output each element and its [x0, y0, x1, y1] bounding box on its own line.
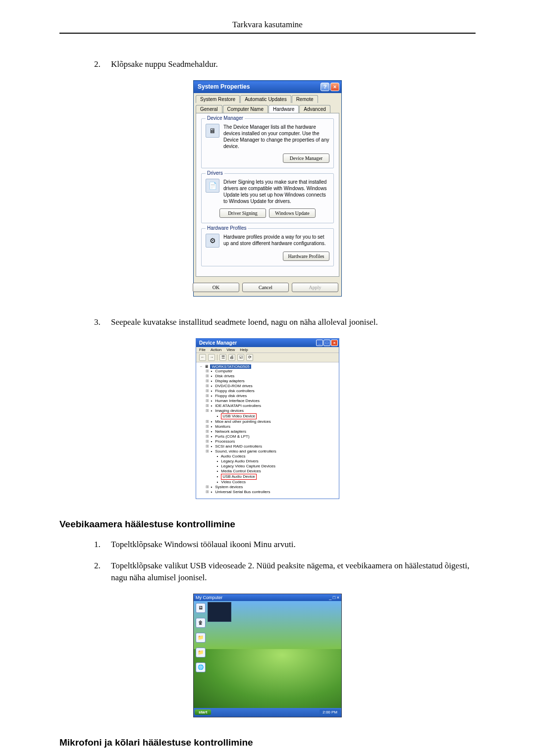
tree-item[interactable]: • Media Control Devices [199, 469, 336, 474]
toolbar-icon[interactable]: ☰ [219, 354, 226, 361]
tree-item[interactable]: ⊞• Display adapters [199, 379, 336, 384]
desktop-my-computer-icon[interactable]: 🖥 [196, 603, 206, 613]
highlighted-device[interactable]: USB Video Device [221, 413, 257, 419]
windows-update-button[interactable]: Windows Update [269, 208, 316, 218]
tree-item-label[interactable]: Imaging devices [215, 408, 244, 413]
scan-icon[interactable]: ⟳ [246, 354, 253, 361]
tab-system-restore[interactable]: System Restore [196, 95, 240, 103]
tree-item[interactable]: ⊞• Floppy disk drives [199, 394, 336, 399]
tree-item[interactable]: • USB Audio Device [199, 474, 336, 480]
tree-item-label[interactable]: Display adapters [215, 379, 245, 383]
tree-item-label[interactable]: Network adapters [215, 429, 246, 434]
tree-item[interactable]: • Legacy Video Capture Devices [199, 464, 336, 469]
tree-item[interactable]: • Legacy Audio Drivers [199, 459, 336, 464]
ok-button[interactable]: OK [193, 283, 239, 292]
expand-icon[interactable]: ⊞ [205, 439, 209, 444]
tree-item-label[interactable]: Computer [215, 369, 232, 373]
expand-icon[interactable]: ⊞ [205, 444, 209, 449]
forward-icon[interactable]: → [208, 354, 215, 361]
tree-item[interactable]: ⊞• Imaging devices [199, 408, 336, 413]
expand-icon[interactable]: ⊞ [205, 379, 209, 384]
tree-item-label[interactable]: DVD/CD-ROM drives [215, 384, 253, 388]
desktop-folder-icon[interactable]: 📁 [196, 633, 206, 643]
menu-help[interactable]: Help [240, 348, 248, 352]
tree-item[interactable]: ⊞• Network adapters [199, 429, 336, 434]
tree-item-label[interactable]: Audio Codecs [221, 454, 246, 458]
tree-item-label[interactable]: Processors [215, 439, 235, 444]
driver-signing-button[interactable]: Driver Signing [219, 208, 266, 218]
hardware-profiles-button[interactable]: Hardware Profiles [283, 252, 329, 261]
expand-icon[interactable]: ⊞ [205, 403, 209, 408]
tree-item-label[interactable]: Video Codecs [221, 480, 246, 484]
expand-icon[interactable]: ⊞ [205, 434, 209, 439]
expand-icon[interactable]: ⊞ [205, 449, 209, 454]
desktop-folder-icon[interactable]: 📁 [196, 648, 206, 657]
tree-item[interactable]: ⊞• Human Interface Devices [199, 399, 336, 403]
expand-icon[interactable]: ⊞ [205, 419, 209, 424]
tab-computer-name[interactable]: Computer Name [223, 105, 268, 113]
cancel-button[interactable]: Cancel [242, 283, 289, 292]
start-button[interactable]: start [195, 709, 211, 715]
help-icon[interactable]: ? [321, 83, 329, 91]
tree-item-label[interactable]: Universal Serial Bus controllers [215, 490, 270, 494]
expand-icon[interactable]: ⊞ [205, 389, 209, 394]
expand-icon[interactable]: ⊞ [205, 369, 209, 374]
tree-item-label[interactable]: Mice and other pointing devices [215, 419, 271, 424]
expand-icon[interactable]: ⊞ [205, 374, 209, 379]
tree-item[interactable]: ⊞• SCSI and RAID controllers [199, 444, 336, 449]
tree-item[interactable]: ⊞• DVD/CD-ROM drives [199, 384, 336, 389]
back-icon[interactable]: ← [199, 354, 206, 361]
expand-icon[interactable]: ⊞ [205, 424, 209, 429]
device-manager-button[interactable]: Device Manager [283, 153, 329, 163]
expand-icon[interactable]: ⊞ [205, 429, 209, 434]
tree-item-label[interactable]: Legacy Audio Drivers [221, 459, 259, 463]
menu-file[interactable]: File [199, 348, 206, 352]
minimize-icon[interactable]: _ [316, 340, 323, 346]
highlighted-device[interactable]: USB Audio Device [221, 474, 256, 480]
tree-item[interactable]: ⊞• Processors [199, 439, 336, 444]
tree-item-label[interactable]: Monitors [215, 424, 230, 429]
close-icon[interactable]: × [331, 340, 338, 346]
tab-advanced[interactable]: Advanced [299, 105, 330, 113]
tree-item[interactable]: ⊞• Computer [199, 369, 336, 374]
expand-icon[interactable]: ⊞ [205, 399, 209, 403]
apply-button[interactable]: Apply [292, 283, 338, 292]
print-icon[interactable]: 🖨 [228, 354, 235, 361]
tree-item[interactable]: ⊞• System devices [199, 485, 336, 490]
system-tray[interactable]: 2:00 PM [320, 709, 340, 715]
tree-item-label[interactable]: Media Control Devices [221, 469, 261, 473]
tree-item-label[interactable]: System devices [215, 485, 243, 489]
tree-item[interactable]: ⊞• Disk drives [199, 374, 336, 379]
tab-hardware[interactable]: Hardware [268, 105, 299, 113]
window-controls[interactable]: _ □ × [329, 595, 339, 600]
tree-item-label[interactable]: Floppy disk drives [215, 394, 247, 398]
expand-icon[interactable]: ⊞ [205, 408, 209, 413]
tree-item-label[interactable]: Human Interface Devices [215, 399, 260, 403]
tree-item-label[interactable]: Disk drives [215, 374, 234, 378]
tree-item[interactable]: • USB Video Device [199, 413, 336, 419]
tree-item[interactable]: ⊞• Ports (COM & LPT) [199, 434, 336, 439]
tree-item-label[interactable]: Sound, video and game controllers [215, 449, 276, 454]
properties-icon[interactable]: ☑ [237, 354, 244, 361]
webcam-preview-window[interactable] [208, 602, 231, 622]
tab-automatic-updates[interactable]: Automatic Updates [240, 95, 291, 103]
collapse-icon[interactable]: − [199, 364, 203, 369]
tree-item-label[interactable]: IDE ATA/ATAPI controllers [215, 403, 261, 408]
device-tree[interactable]: − 🖥 WORKSTATION0505 ⊞• Computer⊞• Disk d… [196, 362, 339, 499]
tab-remote[interactable]: Remote [292, 95, 318, 103]
tree-item[interactable]: ⊞• Universal Serial Bus controllers [199, 490, 336, 495]
expand-icon[interactable]: ⊞ [205, 490, 209, 495]
tree-item[interactable]: • Video Codecs [199, 480, 336, 485]
expand-icon[interactable]: ⊞ [205, 485, 209, 490]
tree-item[interactable]: • Audio Codecs [199, 454, 336, 459]
desktop-recycle-icon[interactable]: 🗑 [196, 618, 206, 628]
tree-item-label[interactable]: Legacy Video Capture Devices [221, 464, 275, 468]
maximize-icon[interactable]: □ [323, 340, 330, 346]
tree-item[interactable]: ⊞• Floppy disk controllers [199, 389, 336, 394]
tree-root[interactable]: WORKSTATION0505 [210, 364, 251, 369]
expand-icon[interactable]: ⊞ [205, 384, 209, 389]
menu-action[interactable]: Action [211, 348, 221, 352]
menu-view[interactable]: View [226, 348, 235, 352]
desktop-ie-icon[interactable]: 🌐 [196, 662, 206, 672]
tree-item[interactable]: ⊞• IDE ATA/ATAPI controllers [199, 403, 336, 408]
